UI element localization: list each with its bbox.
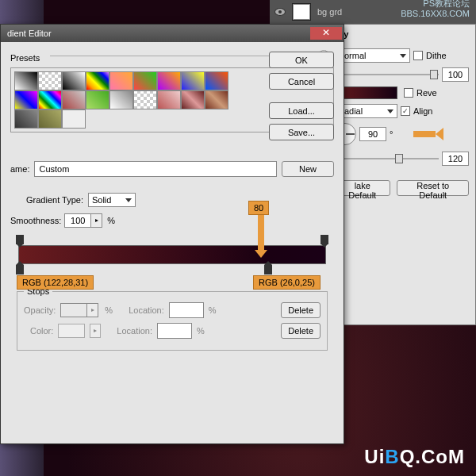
gradient-overlay-panel: ·lay Normal Dithe 100 Reve Radial ✓ Alig… xyxy=(327,24,476,325)
preset-swatch[interactable] xyxy=(14,109,38,129)
preset-swatch[interactable] xyxy=(62,71,86,90)
preset-swatch[interactable] xyxy=(86,90,109,109)
preset-swatch[interactable] xyxy=(157,90,181,109)
location-label: Location: xyxy=(129,305,164,315)
preset-swatch[interactable] xyxy=(205,90,228,109)
spinner-arrow-icon[interactable]: ▸ xyxy=(91,213,102,228)
opacity-stop-label: Opacity: xyxy=(24,305,56,315)
smoothness-label: Smoothness: xyxy=(10,216,61,225)
opacity-location-input xyxy=(169,302,204,318)
annotation-right-color: RGB (26,0,25) xyxy=(253,275,321,290)
footer-brand: UiBQ.CoM xyxy=(364,446,465,468)
percent-label: % xyxy=(209,305,217,315)
align-label: Align xyxy=(413,106,432,116)
dialog-titlebar[interactable]: dient Editor ✕ xyxy=(1,25,344,42)
preset-swatch[interactable] xyxy=(181,90,205,109)
spinner-arrow-icon: ▸ xyxy=(87,303,98,317)
dither-label: Dithe xyxy=(426,51,447,60)
annotation-left-color: RGB (122,28,31) xyxy=(17,275,94,290)
preset-swatch[interactable] xyxy=(86,71,109,90)
close-icon[interactable]: ✕ xyxy=(310,27,342,40)
preset-swatch[interactable] xyxy=(157,71,181,90)
percent-label: % xyxy=(105,305,113,315)
location-label: Location: xyxy=(117,326,152,336)
presets-label: Presets xyxy=(10,53,40,63)
opacity-stop-left[interactable] xyxy=(16,235,24,244)
dialog-button-column: OK Cancel Load... Save... xyxy=(269,52,334,140)
preset-swatch[interactable] xyxy=(38,109,62,129)
gradient-bar[interactable] xyxy=(18,245,326,264)
cancel-button[interactable]: Cancel xyxy=(269,73,334,90)
gradient-editor-dialog: dient Editor ✕ Presets ✲ xyxy=(0,24,344,444)
ok-button[interactable]: OK xyxy=(269,52,334,68)
gradient-type-value: Solid xyxy=(92,195,111,205)
scale-slider[interactable] xyxy=(334,152,439,165)
color-stop-label: Color: xyxy=(30,326,53,336)
percent-label: % xyxy=(197,326,205,336)
preset-grid xyxy=(14,71,228,129)
dither-checkbox[interactable] xyxy=(413,51,423,60)
gradient-name-input[interactable] xyxy=(34,161,277,177)
preset-swatch[interactable] xyxy=(109,71,133,90)
gradient-type-label: Gradient Type: xyxy=(26,195,83,205)
preset-swatch[interactable] xyxy=(109,90,133,109)
panel-title: ·lay xyxy=(334,29,469,39)
angle-value[interactable]: 90 xyxy=(359,127,386,141)
color-stop-left[interactable] xyxy=(16,265,24,274)
color-location-input xyxy=(157,323,192,339)
watermark-text: PS教程论坛 BBS.16XX8.COM xyxy=(401,0,470,19)
smoothness-input[interactable]: ▸ xyxy=(64,213,104,228)
color-swatch[interactable] xyxy=(58,324,85,338)
annotation-position: 80 xyxy=(248,201,269,215)
gradient-type-select[interactable]: Solid xyxy=(88,193,136,207)
annotation-arrow-down xyxy=(258,215,264,250)
dropdown-icon xyxy=(400,54,406,58)
layer-thumbnail[interactable] xyxy=(292,3,311,21)
delete-color-stop-button[interactable]: Delete xyxy=(281,323,321,339)
color-stop-right[interactable] xyxy=(264,265,272,274)
opacity-stop-input: ▸ xyxy=(60,303,100,317)
preset-swatch[interactable] xyxy=(14,90,38,109)
preset-swatch[interactable] xyxy=(181,71,205,90)
blend-mode-select[interactable]: Normal xyxy=(334,48,410,63)
preset-swatch[interactable] xyxy=(38,90,62,109)
preset-swatch[interactable] xyxy=(14,71,38,90)
dialog-title: dient Editor xyxy=(7,29,52,38)
new-button[interactable]: New xyxy=(282,161,334,177)
opacity-slider[interactable] xyxy=(334,68,439,81)
layer-row: bg grd PS教程论坛 BBS.16XX8.COM xyxy=(270,0,476,24)
preset-swatch[interactable] xyxy=(62,90,86,109)
preset-swatch[interactable] xyxy=(205,71,228,90)
degree-symbol: ° xyxy=(390,129,393,139)
preset-swatch[interactable] xyxy=(38,71,62,90)
reverse-checkbox[interactable] xyxy=(404,88,413,98)
align-checkbox[interactable]: ✓ xyxy=(401,106,410,116)
watermark-line2: BBS.16XX8.COM xyxy=(401,9,470,19)
preset-swatch[interactable] xyxy=(133,71,157,90)
visibility-eye-icon[interactable] xyxy=(274,8,286,16)
color-picker-arrow-icon[interactable]: ▸ xyxy=(90,324,101,338)
dropdown-icon xyxy=(387,109,393,113)
reset-default-button[interactable]: Reset to Default xyxy=(397,180,469,196)
name-label: ame: xyxy=(10,164,29,174)
layer-name[interactable]: bg grd xyxy=(317,7,342,17)
annotation-arrow-angle xyxy=(413,131,436,137)
preset-swatch[interactable] xyxy=(62,109,86,129)
percent-label: % xyxy=(107,216,115,225)
dropdown-icon xyxy=(125,198,132,202)
load-button[interactable]: Load... xyxy=(269,102,334,119)
watermark-line1: PS教程论坛 xyxy=(401,0,470,9)
preset-swatch[interactable] xyxy=(133,90,157,109)
scale-value[interactable]: 120 xyxy=(442,152,469,166)
stops-fieldset: Stops Opacity: ▸ % Location: % Delete Co… xyxy=(17,286,328,351)
reverse-label: Reve xyxy=(416,88,437,98)
opacity-value[interactable]: 100 xyxy=(442,67,469,82)
save-button[interactable]: Save... xyxy=(269,124,334,140)
delete-opacity-stop-button[interactable]: Delete xyxy=(281,302,321,318)
opacity-stop-right[interactable] xyxy=(321,235,328,244)
